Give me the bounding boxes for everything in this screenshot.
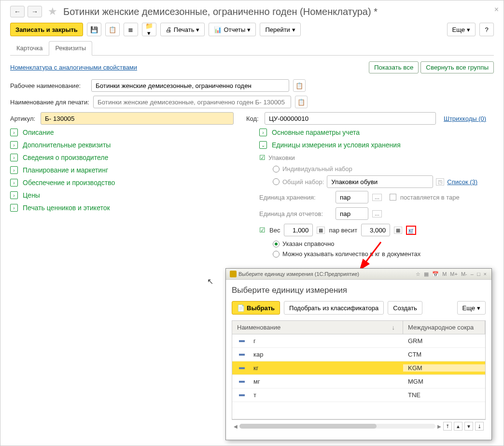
mini-cal-icon[interactable]: 📅	[431, 271, 440, 277]
article-label: Артикул:	[10, 115, 37, 122]
create-button[interactable]: Создать	[388, 301, 422, 315]
print-name-input[interactable]	[93, 96, 291, 108]
help-button[interactable]: ?	[479, 23, 494, 36]
sort-icon: ↓	[392, 324, 395, 331]
weight-checkbox[interactable]: ☑	[259, 226, 266, 234]
close-icon[interactable]: ×	[494, 5, 499, 14]
article-input[interactable]	[41, 112, 234, 125]
code-label: Код:	[246, 115, 261, 122]
expander-production[interactable]: ›Обеспечение и производство	[10, 179, 245, 187]
unit-select-modal: Выберите единицу измерения (1С:Предприят…	[225, 268, 492, 440]
cursor-icon: ↖	[207, 277, 213, 286]
row-icon	[239, 381, 245, 383]
hscroll[interactable]	[239, 424, 435, 429]
kg-link[interactable]: кг	[406, 226, 416, 235]
mini-grid-icon[interactable]: ▦	[423, 271, 430, 277]
weight-val-input[interactable]	[361, 224, 390, 236]
expander-price-tags[interactable]: ›Печать ценников и этикеток	[10, 204, 245, 212]
forward-button[interactable]: →	[28, 6, 42, 17]
table-row[interactable]: мгMGM	[232, 375, 485, 388]
scroll-left-icon[interactable]: ◀	[234, 424, 238, 429]
expander-prices[interactable]: ›Цены	[10, 191, 245, 199]
table-row[interactable]: тTNE	[232, 388, 485, 402]
similar-link[interactable]: Номенклатура с аналогичными свойствами	[10, 64, 137, 71]
common-radio[interactable]	[273, 178, 280, 185]
copy-button[interactable]: 📋	[105, 23, 120, 36]
row-icon	[239, 394, 245, 396]
expander-description[interactable]: ›Описание	[10, 129, 245, 136]
folder-dropdown-button[interactable]: 📁▾	[142, 23, 156, 36]
nav-down-icon[interactable]: ▼	[464, 422, 473, 431]
expander-main-params[interactable]: ›Основные параметры учета	[259, 129, 494, 136]
can-radio[interactable]	[273, 251, 280, 258]
common-label: Общий набор:	[282, 178, 324, 186]
table-row[interactable]: кгKGM	[232, 361, 485, 375]
storage-menu-icon[interactable]: …	[372, 194, 382, 201]
row-icon	[239, 354, 245, 356]
from-classifier-button[interactable]: Подобрать из классификатора	[284, 301, 384, 315]
work-name-input[interactable]	[91, 79, 289, 92]
expander-planning[interactable]: ›Планирование и маркетинг	[10, 166, 245, 174]
collapse-all-button[interactable]: Свернуть все группы	[420, 61, 494, 73]
mini-m[interactable]: M	[441, 271, 448, 277]
can-label: Можно указывать количество в кг в докуме…	[282, 250, 420, 258]
barcodes-link[interactable]: Штрихкоды (0)	[444, 115, 486, 122]
mini-close-icon[interactable]: ×	[483, 271, 488, 277]
save-button[interactable]: 💾	[87, 23, 101, 36]
modal-more-button[interactable]: Еще ▾	[457, 301, 486, 315]
col-code-header[interactable]: Международное сокра	[403, 321, 485, 334]
nav-first-icon[interactable]: ⤒	[443, 422, 452, 431]
open-common-icon[interactable]: ◳	[436, 178, 444, 186]
report-label: Единица для отчетов:	[259, 210, 332, 217]
modal-window-title: Выберите единицу измерения (1С:Предприят…	[238, 271, 359, 277]
select-button[interactable]: 📄 Выбрать	[232, 301, 280, 315]
tab-card[interactable]: Карточка	[10, 41, 49, 55]
app-icon	[230, 271, 237, 277]
code-input[interactable]	[265, 112, 436, 125]
report-input[interactable]	[336, 207, 368, 220]
modal-title: Выберите единицу измерения	[232, 286, 486, 295]
table-row[interactable]: карCTM	[232, 348, 485, 361]
weight-qty-input[interactable]	[284, 224, 313, 236]
goto-button[interactable]: Перейти ▾	[260, 23, 301, 36]
mini-minimize-icon[interactable]: –	[470, 271, 475, 277]
expander-additional[interactable]: ›Дополнительные реквизиты	[10, 141, 245, 149]
mini-restore-icon[interactable]: □	[476, 271, 481, 277]
common-input[interactable]	[327, 175, 433, 188]
copy-work-name-icon[interactable]: 📋	[293, 79, 306, 92]
weight-text: пар весит	[329, 227, 357, 234]
expander-units[interactable]: ⌄Единицы измерения и условия хранения	[259, 141, 494, 149]
list3-link[interactable]: Список (3)	[447, 178, 477, 186]
individual-label: Индивидуальный набор	[282, 165, 352, 173]
row-icon	[239, 340, 245, 342]
work-name-label: Рабочее наименование:	[10, 82, 87, 89]
nav-last-icon[interactable]: ⤓	[475, 422, 484, 431]
nav-up-icon[interactable]: ▲	[454, 422, 462, 431]
write-close-button[interactable]: Записать и закрыть	[10, 23, 83, 36]
calc-icon[interactable]: ▦	[317, 227, 325, 234]
copy-print-name-icon[interactable]: 📋	[295, 96, 308, 108]
show-all-button[interactable]: Показать все	[369, 61, 419, 73]
calc2-icon[interactable]: ▦	[394, 227, 402, 234]
mini-star-icon[interactable]: ☆	[415, 271, 421, 277]
packs-checkbox[interactable]: ☑	[259, 154, 266, 161]
tare-checkbox[interactable]	[390, 194, 396, 201]
more-button[interactable]: Еще ▾	[447, 23, 476, 36]
back-button[interactable]: ←	[10, 6, 25, 17]
page-title: Ботинки женские демисезонные, ограниченн…	[63, 6, 494, 17]
mini-mm[interactable]: M-	[460, 271, 468, 277]
mini-mp[interactable]: M+	[449, 271, 459, 277]
ref-radio[interactable]	[273, 241, 280, 247]
ref-label: Указан справочно	[282, 240, 335, 247]
report-menu-icon[interactable]: …	[372, 210, 382, 217]
col-name-header[interactable]: Наименование↓	[232, 321, 403, 334]
print-button[interactable]: 🖨 Печать ▾	[160, 23, 205, 36]
table-row[interactable]: гGRM	[232, 334, 485, 348]
individual-radio[interactable]	[273, 166, 280, 173]
tab-details[interactable]: Реквизиты	[49, 41, 92, 56]
reports-button[interactable]: 📊 Отчеты ▾	[209, 23, 256, 36]
expander-manufacturer[interactable]: ›Сведения о производителе	[10, 154, 245, 161]
storage-input[interactable]	[336, 191, 368, 203]
list-button[interactable]: ≣	[124, 23, 138, 36]
scroll-right-icon[interactable]: ▶	[437, 424, 441, 429]
